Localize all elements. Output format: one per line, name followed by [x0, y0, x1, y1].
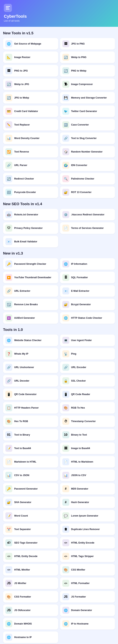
tool-card-v10-38[interactable]: 🎨CSS Formatter [3, 591, 58, 602]
tool-card-v15-2[interactable]: 📐Image Resizer [3, 52, 58, 63]
tool-card-v13-0[interactable]: 🔑Password Strength Checker [3, 258, 58, 270]
tool-card-v14-4[interactable]: 📧Bulk Email Validator [3, 236, 58, 248]
tool-card-v15-1[interactable]: 🖼JPG to PNG [60, 38, 115, 50]
tool-card-v10-34[interactable]: </>HTML Minifier [3, 564, 58, 576]
tool-icon-v10-7: 🔒 [62, 377, 69, 384]
tool-card-v10-6[interactable]: 🔗URL Decoder [3, 375, 58, 386]
tool-card-v10-16[interactable]: 📝Text to Base64 [3, 442, 58, 454]
tool-card-v15-9[interactable]: 💾Memory and Storage Converter [60, 92, 115, 104]
tool-card-v13-5[interactable]: 📧E-Mail Extractor [60, 285, 115, 297]
tool-icon-v10-14: 01 [5, 431, 12, 438]
tool-card-v15-6[interactable]: 🔄Webp to JPG [3, 78, 58, 90]
tool-card-v10-25[interactable]: #Hash Generator [60, 496, 115, 508]
tool-card-v10-26[interactable]: 📝Word Count [3, 510, 58, 522]
tool-card-v14-2[interactable]: 🛡Privacy Policy Generator [3, 222, 58, 234]
tool-card-v10-33[interactable]: </>HTML Tags Stripper [60, 550, 115, 562]
tool-card-v13-9[interactable]: 🌐HTTP Status Code Checker [60, 312, 115, 324]
tool-card-v14-1[interactable]: ⚙️.htaccess Redirect Generator [60, 209, 115, 220]
tool-card-v10-12[interactable]: 🎨Hex To RGB [3, 416, 58, 427]
tool-card-v15-4[interactable]: 🖼PNG to JPG [3, 65, 58, 76]
tools-grid-v10: 🌐Website Status Checker💻User Agent Finde… [3, 334, 115, 643]
tool-card-v14-0[interactable]: 🤖Robots.txt Generator [3, 209, 58, 220]
tool-card-v15-11[interactable]: 🐦Twitter Card Generator [60, 106, 115, 117]
tool-card-v10-43[interactable]: 🌐IP to Hostname [60, 618, 115, 630]
tool-card-v10-8[interactable]: 📱QR Code Generator [3, 388, 58, 400]
tool-card-v10-17[interactable]: 🖼Image to Base64 [60, 442, 115, 454]
tool-card-v10-40[interactable]: JSJS Obfuscator [3, 604, 58, 616]
tool-card-v10-15[interactable]: 10Binary to Text [60, 429, 115, 440]
tool-card-v15-22[interactable]: 🔢Punycode Encoder [3, 186, 58, 198]
tool-card-v14-3[interactable]: 📄Terms of Services Generator [60, 222, 115, 234]
tool-card-v15-0[interactable]: 🌐Get Source of Webpage [3, 38, 58, 50]
tool-card-v10-18[interactable]: 📄Markdown to HTML [3, 456, 58, 468]
tool-card-v10-13[interactable]: ⏱Timestamp Converter [60, 416, 115, 427]
tool-card-v15-15[interactable]: 🔗Text to Slug Converter [60, 132, 115, 144]
tool-card-v15-23[interactable]: 🔐ROT 13 Converter [60, 186, 115, 198]
tool-card-v15-21[interactable]: 🔍Palindrome Checker [60, 173, 115, 184]
tool-card-v10-19[interactable]: 📄HTML to Markdown [60, 456, 115, 468]
tool-card-v10-29[interactable]: 🗑Duplicate Lines Remover [60, 524, 115, 535]
tool-card-v10-5[interactable]: 🔗URL Encoder [60, 362, 115, 373]
tool-card-v13-7[interactable]: 🔐Bcrypt Generator [60, 299, 115, 310]
tool-card-v10-21[interactable]: 📊JSON to CSV [60, 470, 115, 481]
tool-card-v10-10[interactable]: 📋HTTP Headers Parser [3, 402, 58, 414]
tool-icon-v10-23: # [62, 485, 69, 492]
tool-card-v10-14[interactable]: 01Text to Binary [3, 429, 58, 440]
tool-card-v15-19[interactable]: 🌍IDN Converter [60, 160, 115, 171]
tool-card-v10-20[interactable]: 📊CSV to JSON [3, 470, 58, 481]
tool-icon-v15-21: 🔍 [62, 175, 69, 182]
tool-card-v10-4[interactable]: 🔗URL Unshortener [3, 362, 58, 373]
tool-label-v13-0: Password Strength Checker [14, 262, 46, 266]
tool-card-v13-2[interactable]: ▶️YouTube Thumbnail Downloader [3, 272, 58, 283]
tool-card-v15-18[interactable]: 🔗URL Parser [3, 160, 58, 171]
tool-label-v15-15: Text to Slug Converter [71, 137, 97, 140]
tool-card-v15-16[interactable]: 🔁Text Reverse [3, 146, 58, 158]
tool-card-v10-32[interactable]: </>HTML Entity Decode [3, 550, 58, 562]
tool-icon-v10-41: 🌐 [62, 607, 69, 614]
tools-grid-v15: 🌐Get Source of Webpage🖼JPG to PNG📐Image … [3, 38, 115, 198]
tool-card-v10-39[interactable]: JSJS Formatter [60, 591, 115, 602]
tool-label-v14-4: Bulk Email Validator [14, 240, 37, 243]
tool-card-v15-14[interactable]: 📊Word Density Counter [3, 132, 58, 144]
tool-icon-v10-25: # [62, 499, 69, 506]
tool-label-v15-0: Get Source of Webpage [14, 42, 41, 45]
tool-card-v10-7[interactable]: 🔒SSL Checker [60, 375, 115, 386]
tool-card-v15-12[interactable]: ✏️Text Replacer [3, 119, 58, 130]
tool-card-v15-7[interactable]: 🗜Image Compressor [60, 78, 115, 90]
tool-card-v10-44[interactable]: 🌐Hostname to IP [3, 632, 58, 643]
tool-card-v13-4[interactable]: 🔗URL Extractor [3, 285, 58, 297]
tool-card-v10-41[interactable]: 🌐Domain Generator [60, 604, 115, 616]
tool-card-v15-3[interactable]: 🔄Webp to PNG [60, 52, 115, 63]
tool-card-v10-0[interactable]: 🌐Website Status Checker [3, 334, 58, 346]
tool-card-v10-1[interactable]: 💻User Agent Finder [60, 334, 115, 346]
tool-card-v10-2[interactable]: ❓Whats My IP [3, 348, 58, 360]
tool-card-v10-42[interactable]: 🌐Domain WHOIS [3, 618, 58, 630]
tool-label-v15-20: Redirect Checker [14, 177, 34, 180]
tool-card-v10-37[interactable]: </>HTML Formatter [60, 578, 115, 589]
tool-card-v13-3[interactable]: 🗄SQL Formatter [60, 272, 115, 283]
tool-card-v15-5[interactable]: 🔄PNG to Webp [60, 65, 115, 76]
tool-card-v15-8[interactable]: 🔄JPG to Webp [3, 92, 58, 104]
tool-card-v10-36[interactable]: JSJS Minifier [3, 578, 58, 589]
tool-card-v15-17[interactable]: 🎲Random Number Generator [60, 146, 115, 158]
tool-card-v10-27[interactable]: 💬Lorem Ipsum Generator [60, 510, 115, 522]
tool-card-v10-30[interactable]: 🏷SEO Tags Generator [3, 537, 58, 548]
tool-card-v10-31[interactable]: </>HTML Entity Encode [60, 537, 115, 548]
tool-card-v10-24[interactable]: 🔐SHA Generator [3, 496, 58, 508]
tool-card-v10-22[interactable]: 🔑Password Generator [3, 483, 58, 494]
tool-card-v10-3[interactable]: 📡Ping [60, 348, 115, 360]
tool-icon-v15-17: 🎲 [62, 148, 69, 155]
tool-card-v10-28[interactable]: ✂️Text Separator [3, 524, 58, 535]
tool-card-v15-20[interactable]: ↪️Redirect Checker [3, 173, 58, 184]
tool-card-v10-9[interactable]: 📱QR Code Reader [60, 388, 115, 400]
tool-card-v10-23[interactable]: #MD5 Generator [60, 483, 115, 494]
tool-icon-v13-6: ↩️ [5, 301, 12, 308]
tool-card-v15-10[interactable]: 💳Credit Card Validator [3, 106, 58, 117]
tool-card-v13-8[interactable]: 🆔UUIDv4 Generator [3, 312, 58, 324]
tool-card-v10-11[interactable]: 🎨RGB To Hex [60, 402, 115, 414]
tool-icon-v13-8: 🆔 [5, 314, 12, 322]
tool-card-v13-1[interactable]: 🌐IP Information [60, 258, 115, 270]
tool-card-v10-35[interactable]: 🎨CSS Minifier [60, 564, 115, 576]
tool-card-v13-6[interactable]: ↩️Remove Line Breaks [3, 299, 58, 310]
tool-card-v15-13[interactable]: 🔤Case Converter [60, 119, 115, 130]
